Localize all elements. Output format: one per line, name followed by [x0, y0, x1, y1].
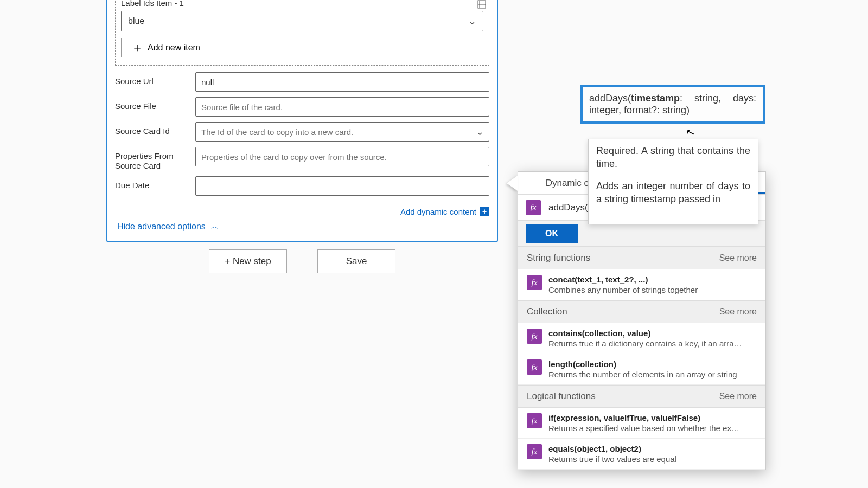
add-dynamic-content-label: Add dynamic content [400, 207, 476, 216]
source-card-id-label: Source Card Id [115, 122, 195, 136]
label-ids-title: Label Ids Item - 1 [121, 0, 483, 8]
fx-icon: fx [527, 275, 542, 290]
label-ids-select[interactable]: blue ⌄ [121, 11, 483, 31]
fn-description: Combines any number of strings together [548, 285, 698, 294]
function-signature-tooltip: addDays(timestamp: string, days: integer… [580, 85, 765, 124]
properties-input[interactable] [195, 147, 489, 166]
array-mode-icon[interactable] [477, 0, 487, 9]
category-string-functions: String functions See more [518, 247, 765, 269]
cursor-icon: ↖ [684, 125, 697, 140]
hide-advanced-label: Hide advanced options [117, 222, 206, 232]
fn-description: Returns a specified value based on wheth… [548, 423, 744, 433]
add-new-item-button[interactable]: ＋ Add new item [121, 38, 210, 57]
chevron-down-icon: ⌄ [468, 15, 476, 27]
fn-equals[interactable]: fx equals(object1, object2) Returns true… [518, 439, 765, 470]
plus-badge-icon: + [480, 207, 489, 216]
fn-contains[interactable]: fx contains(collection, value) Returns t… [518, 323, 765, 354]
form-rows: Source Url Source File Source Card Id ⌄ … [107, 69, 497, 207]
help-summary-text: Adds an integer number of days to a stri… [596, 179, 750, 206]
fn-signature: length(collection) [548, 359, 737, 369]
help-required-text: Required. A string that contains the tim… [596, 144, 750, 171]
source-card-id-input[interactable] [195, 122, 489, 142]
label-ids-value: blue [128, 16, 144, 26]
fx-icon: fx [526, 200, 541, 215]
fn-concat[interactable]: fx concat(text_1, text_2?, ...) Combines… [518, 269, 765, 300]
source-url-input[interactable] [195, 72, 489, 92]
fx-icon: fx [527, 359, 542, 375]
fn-signature: equals(object1, object2) [548, 444, 676, 453]
fx-icon: fx [527, 413, 542, 428]
due-date-input[interactable] [195, 176, 489, 196]
new-step-button[interactable]: + New step [209, 249, 287, 273]
fx-icon: fx [527, 444, 542, 459]
see-more-link[interactable]: See more [719, 307, 757, 317]
save-button[interactable]: Save [317, 249, 395, 273]
fn-signature: contains(collection, value) [548, 329, 744, 338]
due-date-label: Due Date [115, 176, 195, 190]
category-label: Collection [527, 306, 567, 317]
plus-icon: ＋ [131, 42, 143, 54]
source-url-label: Source Url [115, 72, 195, 86]
function-list-scroll[interactable]: String functions See more fx concat(text… [518, 247, 765, 470]
fx-icon: fx [527, 329, 542, 344]
sig-prefix: addDays( [589, 93, 631, 104]
properties-label: Properties From Source Card [115, 147, 195, 171]
footer-buttons: + New step Save [106, 249, 498, 273]
fn-length[interactable]: fx length(collection) Returns the number… [518, 354, 765, 385]
add-dynamic-content-link[interactable]: Add dynamic content + [400, 207, 489, 216]
hide-advanced-toggle[interactable]: Hide advanced options ︿ [107, 219, 497, 241]
source-file-label: Source File [115, 97, 195, 111]
sig-active-param: timestamp [631, 93, 680, 104]
fn-if[interactable]: fx if(expression, valueIfTrue, valueIfFa… [518, 408, 765, 439]
chevron-down-icon[interactable]: ⌄ [476, 126, 484, 138]
category-logical: Logical functions See more [518, 385, 765, 408]
add-new-item-label: Add new item [148, 43, 200, 53]
category-label: String functions [527, 253, 590, 264]
category-collection: Collection See more [518, 300, 765, 323]
fn-description: Returns true if a dictionary contains a … [548, 339, 744, 348]
label-ids-section: Label Ids Item - 1 blue ⌄ ＋ Add new item [115, 0, 489, 66]
chevron-up-icon: ︿ [211, 222, 219, 232]
action-card: Label Ids Item - 1 blue ⌄ ＋ Add new item… [106, 0, 498, 242]
category-label: Logical functions [527, 391, 596, 402]
callout-pointer-icon [507, 176, 518, 191]
fn-signature: concat(text_1, text_2?, ...) [548, 275, 698, 284]
fn-description: Returns true if two values are equal [548, 454, 676, 464]
ok-button[interactable]: OK [526, 224, 578, 243]
source-file-input[interactable] [195, 97, 489, 117]
see-more-link[interactable]: See more [719, 391, 757, 401]
fn-signature: if(expression, valueIfTrue, valueIfFalse… [548, 413, 744, 422]
fn-description: Returns the number of elements in an arr… [548, 370, 737, 379]
see-more-link[interactable]: See more [719, 253, 757, 263]
function-help-tooltip: Required. A string that contains the tim… [588, 139, 758, 224]
